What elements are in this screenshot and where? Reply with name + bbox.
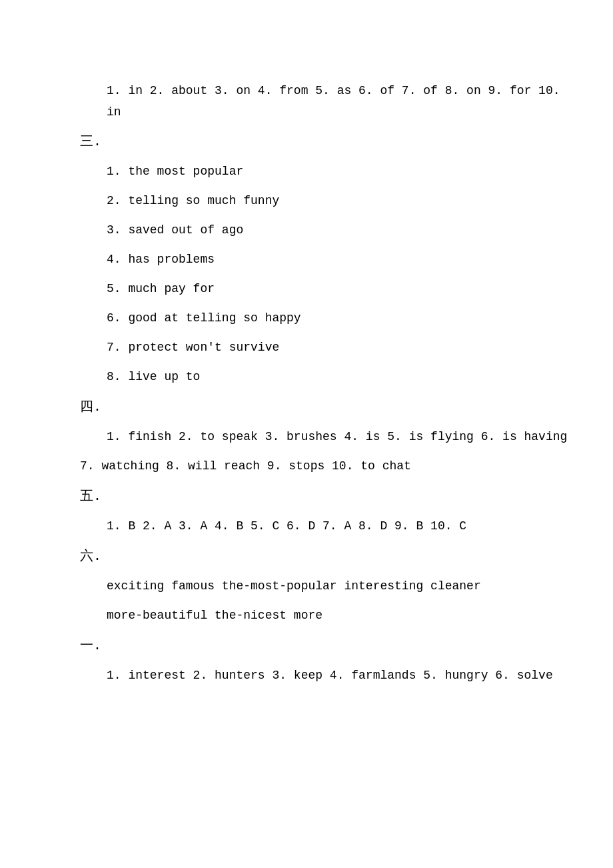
san-item-6: 6. good at telling so happy bbox=[107, 306, 573, 330]
yi-section: 一. 1. interest 2. hunters 3. keep 4. far… bbox=[40, 634, 573, 687]
san-item-3: 3. saved out of ago bbox=[107, 218, 573, 242]
san-item-2: 2. telling so much funny bbox=[107, 189, 573, 213]
si-line1: 1. finish 2. to speak 3. brushes 4. is 5… bbox=[107, 425, 573, 449]
yi-header: 一. bbox=[80, 634, 573, 658]
san-item-1: 1. the most popular bbox=[107, 159, 573, 183]
numbered-answers: 1. in 2. about 3. on 4. from 5. as 6. of… bbox=[107, 80, 573, 123]
liu-words1: exciting famous the-most-popular interes… bbox=[107, 574, 573, 598]
numbered-answers-section: 1. in 2. about 3. on 4. from 5. as 6. of… bbox=[40, 80, 573, 123]
liu-header: 六. bbox=[80, 545, 573, 569]
san-header: 三. bbox=[80, 130, 573, 154]
wu-line: 1. B 2. A 3. A 4. B 5. C 6. D 7. A 8. D … bbox=[107, 514, 573, 538]
wu-header: 五. bbox=[80, 485, 573, 509]
page-content: 1. in 2. about 3. on 4. from 5. as 6. of… bbox=[40, 80, 573, 687]
liu-section: 六. exciting famous the-most-popular inte… bbox=[40, 545, 573, 627]
san-section: 三. 1. the most popular 2. telling so muc… bbox=[40, 130, 573, 389]
si-section: 四. 1. finish 2. to speak 3. brushes 4. i… bbox=[40, 395, 573, 478]
san-item-8: 8. live up to bbox=[107, 365, 573, 389]
liu-words2: more-beautiful the-nicest more bbox=[107, 603, 573, 627]
si-line2: 7. watching 8. will reach 9. stops 10. t… bbox=[80, 454, 573, 478]
san-item-7: 7. protect won't survive bbox=[107, 335, 573, 359]
san-item-5: 5. much pay for bbox=[107, 277, 573, 301]
si-header: 四. bbox=[80, 395, 573, 419]
wu-section: 五. 1. B 2. A 3. A 4. B 5. C 6. D 7. A 8.… bbox=[40, 485, 573, 538]
yi-line: 1. interest 2. hunters 3. keep 4. farmla… bbox=[107, 663, 573, 687]
san-item-4: 4. has problems bbox=[107, 247, 573, 271]
